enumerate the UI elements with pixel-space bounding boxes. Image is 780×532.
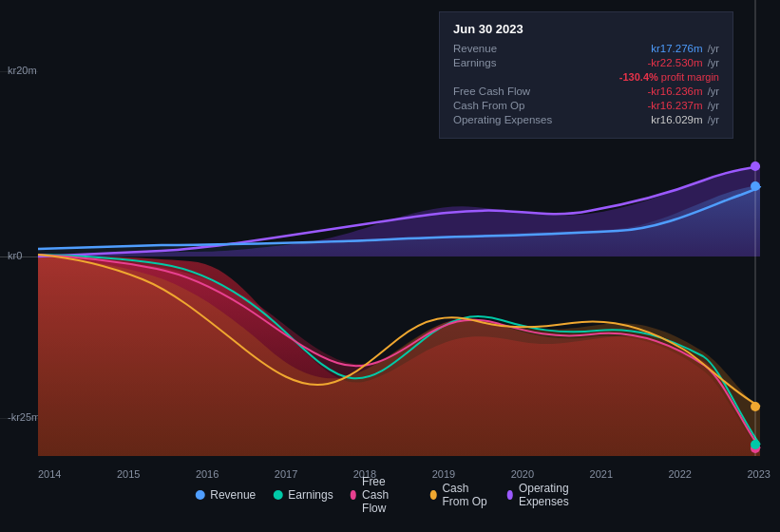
legend-cashop[interactable]: Cash From Op <box>430 482 489 508</box>
tooltip-opex-value: kr16.029m /yr <box>651 114 719 125</box>
legend-earnings-label: Earnings <box>288 488 333 502</box>
legend-cashop-dot <box>430 490 436 500</box>
legend-earnings-dot <box>273 490 282 500</box>
tooltip-fcf-row: Free Cash Flow -kr16.236m /yr <box>453 86 719 97</box>
x-label-2023: 2023 <box>747 468 770 480</box>
chart-container: kr20m kr0 -kr25m <box>0 0 780 532</box>
tooltip-opex-label: Operating Expenses <box>453 114 558 125</box>
legend-revenue[interactable]: Revenue <box>195 488 256 502</box>
legend-revenue-dot <box>195 490 204 500</box>
tooltip-revenue-label: Revenue <box>453 43 558 54</box>
opex-dot <box>751 162 760 171</box>
x-label-2021: 2021 <box>590 468 613 480</box>
tooltip-opex-row: Operating Expenses kr16.029m /yr <box>453 114 719 125</box>
legend: Revenue Earnings Free Cash Flow Cash Fro… <box>195 475 585 515</box>
tooltip-profit-margin: -130.4% profit margin <box>619 71 719 83</box>
tooltip-cashop-value: -kr16.237m /yr <box>647 100 719 111</box>
earnings-dot <box>751 440 760 449</box>
x-label-2014: 2014 <box>38 468 61 480</box>
tooltip-cashop-row: Cash From Op -kr16.237m /yr <box>453 100 719 111</box>
tooltip-cashop-label: Cash From Op <box>453 100 558 111</box>
legend-opex-label: Operating Expenses <box>519 482 585 508</box>
tooltip-earnings-label: Earnings <box>453 57 558 68</box>
tooltip-revenue-value: kr17.276m /yr <box>651 43 719 54</box>
revenue-dot <box>751 181 760 191</box>
tooltip-fcf-value: -kr16.236m /yr <box>647 86 719 97</box>
tooltip-earnings-value: -kr22.530m /yr <box>647 57 719 68</box>
legend-cashop-label: Cash From Op <box>442 482 489 508</box>
tooltip-profit-row: -130.4% profit margin <box>453 71 719 83</box>
legend-opex[interactable]: Operating Expenses <box>507 482 585 508</box>
tooltip: Jun 30 2023 Revenue kr17.276m /yr Earnin… <box>439 11 733 139</box>
legend-opex-dot <box>507 490 513 500</box>
legend-fcf-label: Free Cash Flow <box>362 475 413 515</box>
tooltip-fcf-label: Free Cash Flow <box>453 86 558 97</box>
legend-revenue-label: Revenue <box>210 488 256 502</box>
x-label-2022: 2022 <box>669 468 692 480</box>
legend-fcf-dot <box>351 490 356 500</box>
tooltip-earnings-row: Earnings -kr22.530m /yr <box>453 57 719 68</box>
tooltip-revenue-row: Revenue kr17.276m /yr <box>453 43 719 54</box>
cashop-dot <box>751 402 760 411</box>
tooltip-date: Jun 30 2023 <box>453 22 719 36</box>
x-label-2015: 2015 <box>117 468 140 480</box>
legend-fcf[interactable]: Free Cash Flow <box>351 475 413 515</box>
legend-earnings[interactable]: Earnings <box>273 488 333 502</box>
